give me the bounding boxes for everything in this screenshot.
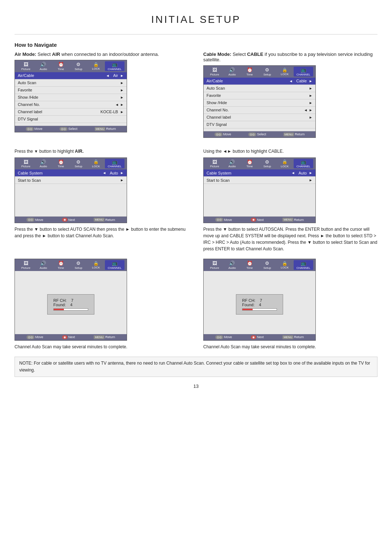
page-title: INITIAL SETUP <box>15 7 377 34</box>
cable-mode-label: Cable Mode: Select CABLE if you subscrib… <box>203 52 377 62</box>
scan-progress-menu-left: 🖼Picture 🔊Audio ⏰Time ⚙Setup 🔒LOCK 📺CHAN… <box>15 259 127 341</box>
cable-menu-box: 🖼Picture 🔊Audio ⏰Time ⚙Setup 🔒LOCK 📺CHAN… <box>203 65 316 138</box>
cable-system-menu-cable: 🖼Picture 🔊Audio ⏰Time ⚙Setup 🔒LOCK 📺CHAN… <box>203 157 316 223</box>
note-box: NOTE: For cable or satellite users with … <box>15 357 377 377</box>
press-auto-scan-air-desc: Press the ▼ button to select AUTO SCAN t… <box>15 226 189 239</box>
cable-system-menu-air: 🖼Picture 🔊Audio ⏰Time ⚙Setup 🔒LOCK 📺CHAN… <box>15 157 127 223</box>
scan-complete-right: Channel Auto Scan may take several minut… <box>203 344 377 350</box>
air-mode-label: Air Mode: Select AIR when connected to a… <box>15 52 189 57</box>
press-down-air-text: Press the ▼ button to highlight AIR. <box>15 149 189 154</box>
section-title: How to Navigate <box>15 42 377 48</box>
press-auto-scan-cable-desc: Press the ▼ button to select AUTOSCAN. P… <box>203 226 377 252</box>
page-number: 13 <box>15 383 377 389</box>
scan-complete-left: Channel Auto Scan may take several minut… <box>15 344 189 350</box>
press-cable-arrows-text: Using the ◄► button to highlight CABLE. <box>203 149 377 154</box>
scan-progress-menu-right: 🖼Picture 🔊Audio ⏰Time ⚙Setup 🔒LOCK 📺CHAN… <box>203 259 316 341</box>
air-menu-box: 🖼Picture 🔊Audio ⏰Time ⚙Setup 🔒LOCK 📺CHAN… <box>15 60 127 132</box>
